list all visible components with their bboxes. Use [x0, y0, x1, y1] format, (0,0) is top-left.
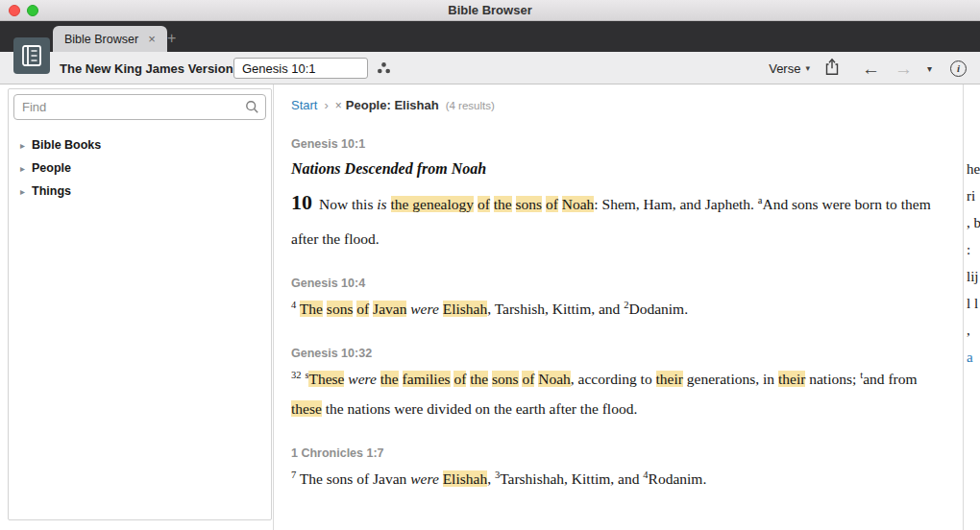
sidebar-item-label: Bible Books — [32, 138, 101, 152]
sidebar-item-label: People — [32, 161, 71, 175]
result-item: Genesis 10:1Nations Descended from Noah1… — [291, 137, 942, 253]
tab-bible-browser[interactable]: Bible Browser × — [53, 26, 167, 52]
verse-text: 32 sThese were the families of the sons … — [291, 364, 942, 423]
right-pane-fragments: heri, b:lijl l,a — [967, 156, 980, 371]
breadcrumb-start-link[interactable]: Start — [291, 98, 317, 112]
verse-segment: generations, in — [683, 371, 778, 387]
tab-label: Bible Browser — [64, 33, 138, 46]
details-dots-icon[interactable] — [377, 61, 391, 79]
close-window-button[interactable] — [9, 5, 20, 16]
highlighted-word: Noah — [562, 196, 595, 212]
verse-segment: nations; — [805, 371, 860, 387]
disclosure-triangle-icon[interactable]: ▸ — [20, 186, 25, 197]
verse-segment: , Tarshish, Kittim, and — [487, 301, 624, 317]
window-controls — [9, 5, 38, 16]
new-tab-button[interactable]: + — [167, 30, 176, 47]
sidebar-item-bible-books[interactable]: ▸Bible Books — [9, 133, 271, 157]
info-button[interactable]: i — [950, 60, 967, 77]
sidebar-tree: ▸Bible Books▸People▸Things — [9, 133, 271, 203]
results-list: Genesis 10:1Nations Descended from Noah1… — [291, 137, 942, 494]
disclosure-triangle-icon[interactable]: ▸ — [20, 140, 25, 151]
find-input[interactable] — [13, 94, 266, 120]
clipped-text-fragment: , b — [967, 209, 980, 236]
remove-filter-icon[interactable]: × — [335, 99, 342, 112]
results-pane[interactable]: Start › × People: Elishah (4 results) Ge… — [273, 84, 963, 530]
highlighted-word: of — [546, 196, 558, 212]
window-title: Bible Browser — [448, 3, 531, 17]
bible-browser-app-icon — [13, 37, 50, 74]
sidebar-item-label: Things — [32, 184, 71, 198]
display-mode-label: Verse — [769, 61, 800, 76]
forward-arrow-icon[interactable]: → — [894, 60, 913, 78]
highlighted-word: Javan — [373, 301, 406, 317]
highlighted-word: of — [453, 371, 466, 387]
verse-segment: were — [348, 371, 377, 387]
verse-segment: the nations were divided on the earth af… — [322, 400, 637, 417]
verse-segment: were — [410, 301, 439, 317]
result-reference[interactable]: Genesis 10:1 — [291, 137, 942, 151]
display-mode-dropdown[interactable]: Verse ▾ — [769, 61, 810, 76]
breadcrumb-separator: › — [324, 98, 328, 112]
verse-segment: , according to — [571, 371, 656, 387]
sidebar-item-people[interactable]: ▸People — [9, 157, 271, 180]
chapter-number: 10 — [291, 190, 312, 214]
clipped-parallel-pane: heri, b:lijl l,a — [963, 84, 980, 530]
result-item: Genesis 10:44 The sons of Javan were Eli… — [291, 277, 942, 324]
history-chevron-icon[interactable]: ▾ — [927, 63, 932, 74]
clipped-text-fragment: lij — [967, 263, 980, 290]
toolbar: The New King James Version ▾ Verse ▾ ← →… — [0, 52, 980, 84]
highlighted-word: the — [494, 196, 512, 212]
zoom-window-button[interactable] — [27, 5, 38, 16]
bible-version-dropdown[interactable]: The New King James Version ▾ — [60, 52, 242, 84]
search-icon — [245, 100, 259, 118]
result-reference[interactable]: Genesis 10:32 — [291, 347, 942, 360]
result-item: 1 Chronicles 1:77 The sons of Javan were… — [291, 446, 942, 494]
clipped-text-fragment: ri — [967, 182, 980, 209]
bible-version-label: The New King James Version — [60, 61, 233, 76]
verse-segment — [512, 196, 516, 212]
clipped-text-fragment: he — [967, 156, 980, 182]
back-arrow-icon[interactable]: ← — [862, 60, 880, 78]
browse-sidebar: ▸Bible Books▸People▸Things — [8, 88, 272, 520]
clipped-text-fragment: a — [967, 344, 980, 371]
highlighted-word: Elishah — [443, 470, 488, 487]
highlighted-word: sons — [327, 301, 354, 317]
clipped-text-fragment: : — [967, 236, 980, 263]
verse-segment: is — [377, 196, 386, 212]
highlighted-word: these — [291, 400, 322, 417]
tab-close-icon[interactable]: × — [148, 33, 156, 45]
active-filter-label: People: Elishah — [346, 98, 439, 112]
highlighted-word: their — [778, 371, 805, 387]
highlighted-word: sons — [492, 371, 519, 387]
section-heading: Nations Descended from Noah — [291, 160, 942, 178]
verse-segment: Now this — [319, 196, 377, 212]
highlighted-word: These — [308, 371, 344, 387]
sidebar-item-things[interactable]: ▸Things — [9, 180, 271, 203]
highlighted-word: the — [470, 371, 488, 387]
highlighted-word: the genealogy — [391, 196, 475, 212]
tab-bar: Bible Browser × + — [0, 21, 980, 52]
verse-text: 4 The sons of Javan were Elishah, Tarshi… — [291, 294, 942, 324]
highlighted-word: their — [656, 371, 683, 387]
highlighted-word: Noah — [538, 371, 571, 387]
highlighted-word: Elishah — [443, 301, 488, 317]
verse-segment: Rodanim. — [649, 470, 707, 487]
verse-segment: , — [487, 470, 495, 487]
disclosure-triangle-icon[interactable]: ▸ — [20, 163, 25, 174]
reference-input[interactable] — [233, 58, 368, 79]
share-icon — [824, 58, 840, 76]
verse-segment: Tarshishah, Kittim, and — [500, 470, 643, 487]
highlighted-word: of — [522, 371, 534, 387]
verse-segment: Dodanim. — [628, 301, 688, 317]
highlighted-word: sons — [516, 196, 543, 212]
results-count: (4 results) — [446, 100, 495, 111]
toolbar-right-controls: Verse ▾ ← → ▾ i — [769, 52, 967, 84]
verse-text: 10Now this is the genealogy of the sons … — [291, 181, 942, 253]
share-button[interactable] — [824, 58, 840, 80]
footnote-marker: 32 — [291, 370, 302, 380]
clipped-text-fragment: , — [967, 317, 980, 344]
chevron-down-icon: ▾ — [805, 63, 810, 73]
result-reference[interactable]: Genesis 10:4 — [291, 277, 942, 290]
result-reference[interactable]: 1 Chronicles 1:7 — [291, 446, 942, 460]
verse-segment: and from — [863, 371, 917, 387]
